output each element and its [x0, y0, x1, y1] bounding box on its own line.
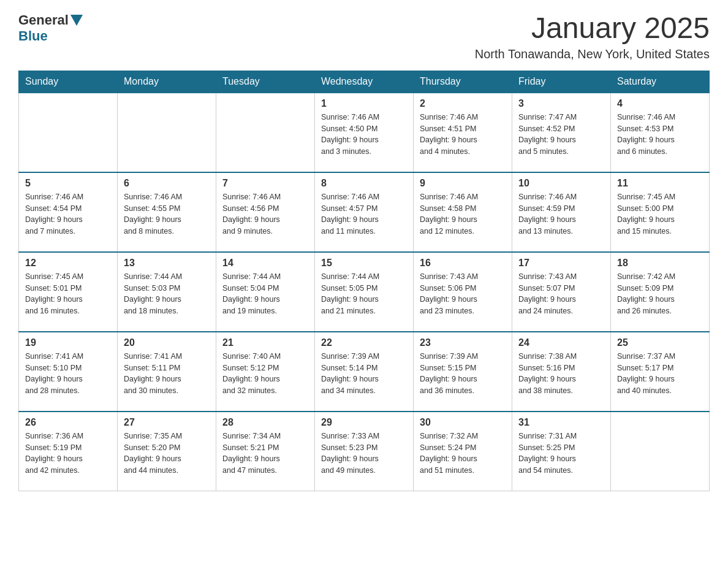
day-info: Sunrise: 7:35 AM Sunset: 5:20 PM Dayligh… [124, 431, 210, 477]
calendar-cell: 7Sunrise: 7:46 AM Sunset: 4:56 PM Daylig… [216, 172, 315, 252]
day-info: Sunrise: 7:31 AM Sunset: 5:25 PM Dayligh… [518, 431, 604, 477]
day-number: 12 [25, 258, 111, 269]
calendar-header-monday: Monday [118, 71, 216, 93]
calendar-cell: 8Sunrise: 7:46 AM Sunset: 4:57 PM Daylig… [315, 172, 414, 252]
day-number: 21 [222, 337, 308, 348]
day-number: 2 [420, 98, 506, 109]
calendar-cell: 28Sunrise: 7:34 AM Sunset: 5:21 PM Dayli… [216, 412, 315, 491]
month-title: January 2025 [475, 12, 710, 45]
day-info: Sunrise: 7:46 AM Sunset: 4:51 PM Dayligh… [420, 112, 506, 158]
calendar-header-thursday: Thursday [414, 71, 512, 93]
calendar-cell: 5Sunrise: 7:46 AM Sunset: 4:54 PM Daylig… [19, 172, 118, 252]
logo-triangle-icon [70, 15, 83, 26]
day-info: Sunrise: 7:44 AM Sunset: 5:04 PM Dayligh… [222, 271, 308, 317]
day-info: Sunrise: 7:46 AM Sunset: 4:55 PM Dayligh… [124, 191, 210, 237]
day-number: 23 [420, 337, 506, 348]
day-info: Sunrise: 7:41 AM Sunset: 5:11 PM Dayligh… [124, 351, 210, 397]
day-number: 3 [518, 98, 604, 109]
calendar-cell: 29Sunrise: 7:33 AM Sunset: 5:23 PM Dayli… [315, 412, 414, 491]
calendar-week-row: 5Sunrise: 7:46 AM Sunset: 4:54 PM Daylig… [19, 172, 710, 252]
calendar-cell: 21Sunrise: 7:40 AM Sunset: 5:12 PM Dayli… [216, 332, 315, 412]
day-info: Sunrise: 7:44 AM Sunset: 5:05 PM Dayligh… [321, 271, 407, 317]
logo-general-text: General [18, 12, 69, 28]
calendar-cell: 16Sunrise: 7:43 AM Sunset: 5:06 PM Dayli… [414, 252, 512, 332]
day-info: Sunrise: 7:46 AM Sunset: 4:56 PM Dayligh… [222, 191, 308, 237]
calendar-cell: 3Sunrise: 7:47 AM Sunset: 4:52 PM Daylig… [512, 93, 611, 172]
day-number: 19 [25, 337, 111, 348]
day-info: Sunrise: 7:42 AM Sunset: 5:09 PM Dayligh… [617, 271, 703, 317]
day-info: Sunrise: 7:39 AM Sunset: 5:15 PM Dayligh… [420, 351, 506, 397]
day-info: Sunrise: 7:37 AM Sunset: 5:17 PM Dayligh… [617, 351, 703, 397]
calendar-cell: 23Sunrise: 7:39 AM Sunset: 5:15 PM Dayli… [414, 332, 512, 412]
day-info: Sunrise: 7:46 AM Sunset: 4:53 PM Dayligh… [617, 112, 703, 158]
calendar-week-row: 26Sunrise: 7:36 AM Sunset: 5:19 PM Dayli… [19, 412, 710, 491]
day-info: Sunrise: 7:32 AM Sunset: 5:24 PM Dayligh… [420, 431, 506, 477]
calendar-cell: 25Sunrise: 7:37 AM Sunset: 5:17 PM Dayli… [611, 332, 710, 412]
calendar-week-row: 19Sunrise: 7:41 AM Sunset: 5:10 PM Dayli… [19, 332, 710, 412]
logo-blue-text: Blue [18, 28, 48, 44]
day-number: 18 [617, 258, 703, 269]
calendar-cell [611, 412, 710, 491]
day-number: 9 [420, 178, 506, 189]
day-info: Sunrise: 7:47 AM Sunset: 4:52 PM Dayligh… [518, 112, 604, 158]
day-info: Sunrise: 7:45 AM Sunset: 5:01 PM Dayligh… [25, 271, 111, 317]
calendar-cell: 31Sunrise: 7:31 AM Sunset: 5:25 PM Dayli… [512, 412, 611, 491]
title-section: January 2025 North Tonawanda, New York, … [475, 12, 710, 61]
calendar-week-row: 1Sunrise: 7:46 AM Sunset: 4:50 PM Daylig… [19, 93, 710, 172]
day-info: Sunrise: 7:40 AM Sunset: 5:12 PM Dayligh… [222, 351, 308, 397]
day-number: 13 [124, 258, 210, 269]
day-number: 4 [617, 98, 703, 109]
calendar-cell: 12Sunrise: 7:45 AM Sunset: 5:01 PM Dayli… [19, 252, 118, 332]
calendar-header-tuesday: Tuesday [216, 71, 315, 93]
calendar-cell: 17Sunrise: 7:43 AM Sunset: 5:07 PM Dayli… [512, 252, 611, 332]
calendar-cell: 1Sunrise: 7:46 AM Sunset: 4:50 PM Daylig… [315, 93, 414, 172]
day-number: 5 [25, 178, 111, 189]
day-number: 30 [420, 417, 506, 428]
day-info: Sunrise: 7:44 AM Sunset: 5:03 PM Dayligh… [124, 271, 210, 317]
calendar-cell: 2Sunrise: 7:46 AM Sunset: 4:51 PM Daylig… [414, 93, 512, 172]
day-number: 14 [222, 258, 308, 269]
day-number: 1 [321, 98, 407, 109]
day-info: Sunrise: 7:43 AM Sunset: 5:07 PM Dayligh… [518, 271, 604, 317]
calendar-cell: 6Sunrise: 7:46 AM Sunset: 4:55 PM Daylig… [118, 172, 216, 252]
calendar-week-row: 12Sunrise: 7:45 AM Sunset: 5:01 PM Dayli… [19, 252, 710, 332]
location-title: North Tonawanda, New York, United States [475, 47, 710, 61]
day-number: 15 [321, 258, 407, 269]
calendar-cell [118, 93, 216, 172]
day-info: Sunrise: 7:46 AM Sunset: 4:50 PM Dayligh… [321, 112, 407, 158]
day-number: 10 [518, 178, 604, 189]
calendar-cell: 10Sunrise: 7:46 AM Sunset: 4:59 PM Dayli… [512, 172, 611, 252]
day-info: Sunrise: 7:36 AM Sunset: 5:19 PM Dayligh… [25, 431, 111, 477]
calendar-table: SundayMondayTuesdayWednesdayThursdayFrid… [18, 71, 710, 492]
day-number: 26 [25, 417, 111, 428]
calendar-cell: 14Sunrise: 7:44 AM Sunset: 5:04 PM Dayli… [216, 252, 315, 332]
day-number: 25 [617, 337, 703, 348]
calendar-cell: 24Sunrise: 7:38 AM Sunset: 5:16 PM Dayli… [512, 332, 611, 412]
calendar-header-row: SundayMondayTuesdayWednesdayThursdayFrid… [19, 71, 710, 93]
day-info: Sunrise: 7:38 AM Sunset: 5:16 PM Dayligh… [518, 351, 604, 397]
day-info: Sunrise: 7:39 AM Sunset: 5:14 PM Dayligh… [321, 351, 407, 397]
calendar-cell: 18Sunrise: 7:42 AM Sunset: 5:09 PM Dayli… [611, 252, 710, 332]
day-number: 8 [321, 178, 407, 189]
day-number: 20 [124, 337, 210, 348]
day-number: 28 [222, 417, 308, 428]
calendar-header-friday: Friday [512, 71, 611, 93]
day-info: Sunrise: 7:43 AM Sunset: 5:06 PM Dayligh… [420, 271, 506, 317]
day-number: 29 [321, 417, 407, 428]
day-info: Sunrise: 7:45 AM Sunset: 5:00 PM Dayligh… [617, 191, 703, 237]
day-number: 22 [321, 337, 407, 348]
day-info: Sunrise: 7:46 AM Sunset: 4:57 PM Dayligh… [321, 191, 407, 237]
day-number: 27 [124, 417, 210, 428]
calendar-cell: 15Sunrise: 7:44 AM Sunset: 5:05 PM Dayli… [315, 252, 414, 332]
calendar-cell: 30Sunrise: 7:32 AM Sunset: 5:24 PM Dayli… [414, 412, 512, 491]
calendar-header-sunday: Sunday [19, 71, 118, 93]
calendar-cell: 9Sunrise: 7:46 AM Sunset: 4:58 PM Daylig… [414, 172, 512, 252]
day-info: Sunrise: 7:46 AM Sunset: 4:54 PM Dayligh… [25, 191, 111, 237]
day-number: 16 [420, 258, 506, 269]
day-number: 31 [518, 417, 604, 428]
day-info: Sunrise: 7:33 AM Sunset: 5:23 PM Dayligh… [321, 431, 407, 477]
calendar-header-wednesday: Wednesday [315, 71, 414, 93]
day-info: Sunrise: 7:41 AM Sunset: 5:10 PM Dayligh… [25, 351, 111, 397]
day-number: 17 [518, 258, 604, 269]
calendar-cell: 19Sunrise: 7:41 AM Sunset: 5:10 PM Dayli… [19, 332, 118, 412]
